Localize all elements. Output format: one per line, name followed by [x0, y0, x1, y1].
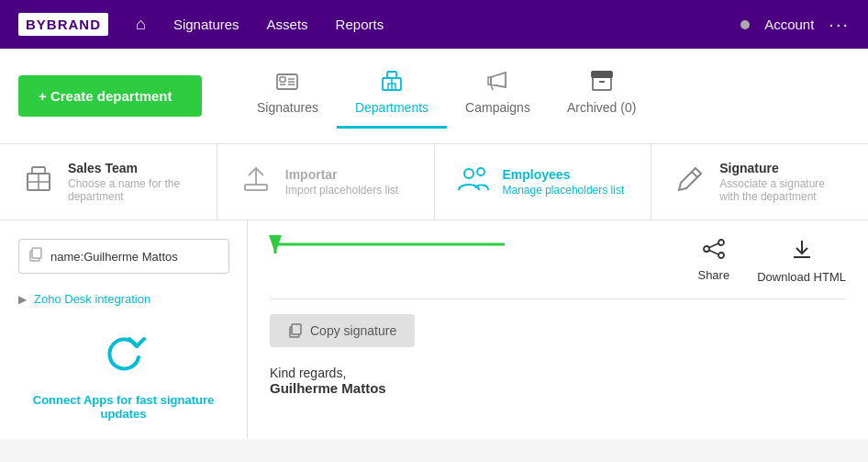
- employees-title: Employees: [503, 167, 625, 182]
- sales-team-icon: [22, 164, 55, 200]
- employees-icon: [457, 164, 490, 200]
- signatures-tab-icon: [276, 73, 298, 96]
- archived-tab-icon: [591, 71, 613, 96]
- sig-greeting: Kind regards,: [270, 366, 846, 380]
- tab-campaigns-label: Campaigns: [465, 100, 530, 115]
- workflow-step-signature[interactable]: Signature Associate a signature with the…: [651, 144, 868, 220]
- tab-archived[interactable]: Archived (0): [549, 63, 654, 129]
- workflow-step-sales-team[interactable]: Sales Team Choose a name for the departm…: [0, 144, 217, 220]
- signature-content: Signature Associate a signature with the…: [719, 161, 846, 203]
- navbar-right: Account ···: [740, 14, 850, 35]
- brand-logo: BYBRAND: [18, 13, 108, 36]
- employees-desc: Manage placeholders list: [503, 184, 625, 197]
- sig-name: Guilherme Mattos: [270, 380, 846, 396]
- sales-team-desc: Choose a name for the department: [68, 177, 195, 203]
- svg-point-29: [704, 246, 709, 252]
- svg-rect-25: [32, 248, 41, 258]
- zoho-label: Zoho Desk integration: [34, 292, 150, 306]
- svg-point-21: [464, 169, 473, 178]
- download-label: Download HTML: [757, 270, 846, 284]
- right-divider: [270, 299, 846, 299]
- importar-icon: [239, 164, 273, 200]
- copy-signature-label: Copy signature: [310, 323, 396, 338]
- signature-desc: Associate a signature with the departmen…: [719, 177, 846, 203]
- signature-title: Signature: [719, 161, 846, 175]
- departments-tab-icon: [381, 71, 403, 96]
- sales-team-title: Sales Team: [68, 161, 195, 175]
- sales-team-content: Sales Team Choose a name for the departm…: [68, 161, 195, 203]
- more-menu-icon[interactable]: ···: [829, 14, 850, 35]
- svg-rect-1: [280, 77, 285, 82]
- placeholder-input[interactable]: name:Guilherme Mattos: [18, 239, 229, 274]
- svg-rect-12: [592, 72, 612, 77]
- campaigns-tab-icon: [487, 71, 509, 96]
- left-panel: name:Guilherme Mattos ▶ Zoho Desk integr…: [0, 220, 248, 439]
- employees-content: Employees Manage placeholders list: [503, 167, 625, 197]
- tab-archived-label: Archived (0): [567, 100, 636, 115]
- share-icon: [703, 239, 725, 265]
- expand-icon: ▶: [18, 293, 27, 306]
- svg-rect-35: [292, 324, 301, 334]
- copy-icon: [288, 323, 303, 338]
- home-icon[interactable]: ⌂: [136, 15, 146, 34]
- svg-line-31: [709, 251, 718, 255]
- content-area: name:Guilherme Mattos ▶ Zoho Desk integr…: [0, 220, 868, 439]
- nav-links: Signatures Assets Reports: [173, 17, 713, 32]
- svg-line-23: [692, 172, 697, 177]
- connect-apps-label: Connect Apps for fast signature updates: [18, 393, 228, 421]
- signature-preview: Kind regards, Guilherme Mattos: [270, 366, 846, 396]
- download-button[interactable]: Download HTML: [757, 239, 846, 284]
- importar-desc: Import placeholders list: [285, 184, 398, 197]
- top-section: + Create department Signatures: [0, 49, 868, 144]
- tab-signatures-label: Signatures: [257, 100, 318, 115]
- workflow-steps: Sales Team Choose a name for the departm…: [0, 144, 868, 220]
- svg-rect-16: [32, 167, 45, 174]
- copy-input-icon: [28, 247, 43, 265]
- nav-reports[interactable]: Reports: [336, 17, 384, 32]
- svg-rect-19: [245, 185, 267, 190]
- svg-point-27: [718, 240, 724, 245]
- signature-icon: [673, 164, 707, 200]
- svg-point-22: [477, 168, 484, 175]
- svg-line-30: [709, 243, 718, 248]
- nav-assets[interactable]: Assets: [267, 17, 308, 32]
- svg-rect-7: [387, 72, 396, 78]
- actions-row: Share Download HTML: [270, 239, 846, 284]
- tab-departments-label: Departments: [355, 100, 428, 115]
- svg-point-28: [718, 253, 724, 258]
- status-dot: [740, 20, 750, 29]
- account-link[interactable]: Account: [764, 17, 814, 32]
- tab-departments[interactable]: Departments: [337, 63, 447, 129]
- tab-signatures[interactable]: Signatures: [239, 65, 337, 129]
- importar-content: Importar Import placeholders list: [285, 167, 398, 197]
- create-department-button[interactable]: + Create department: [18, 75, 202, 117]
- workflow-step-employees[interactable]: Employees Manage placeholders list: [435, 144, 652, 220]
- navbar: BYBRAND ⌂ Signatures Assets Reports Acco…: [0, 0, 868, 49]
- copy-signature-button[interactable]: Copy signature: [270, 314, 415, 347]
- refresh-icon: [18, 333, 228, 386]
- svg-rect-13: [593, 77, 611, 90]
- download-icon: [790, 239, 814, 266]
- input-value-text: name:Guilherme Mattos: [50, 250, 178, 264]
- importar-title: Importar: [285, 167, 398, 182]
- nav-signatures[interactable]: Signatures: [173, 17, 239, 32]
- tab-campaigns[interactable]: Campaigns: [447, 63, 549, 129]
- zoho-integration[interactable]: ▶ Zoho Desk integration: [18, 292, 228, 306]
- share-label: Share: [697, 268, 729, 282]
- tabs-bar: Signatures Departments: [239, 63, 654, 129]
- main-content: + Create department Signatures: [0, 49, 868, 439]
- svg-rect-10: [488, 77, 491, 85]
- right-panel: Share Download HTML: [248, 220, 868, 439]
- workflow-step-importar[interactable]: Importar Import placeholders list: [217, 144, 435, 220]
- share-button[interactable]: Share: [697, 239, 729, 284]
- connect-apps-section[interactable]: Connect Apps for fast signature updates: [18, 333, 228, 421]
